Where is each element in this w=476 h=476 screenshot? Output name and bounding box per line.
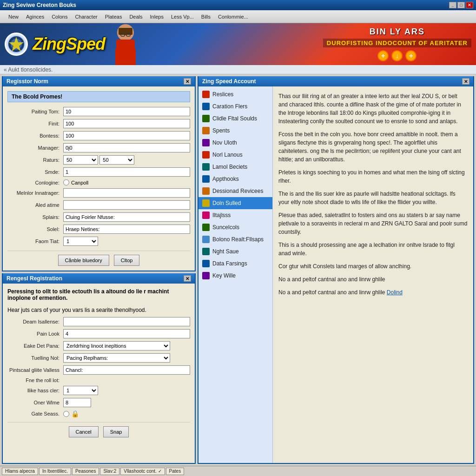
banner-icon-down[interactable]: ↓ xyxy=(391,50,403,61)
nav-inleps[interactable]: Inleps xyxy=(146,12,167,21)
form-row-eake: Eake Det Pana: Zerldrhing linoot ineplti… xyxy=(7,341,190,350)
content-link[interactable]: Dolind xyxy=(387,289,403,296)
sidebar-nav-item-11[interactable]: Suncelcols xyxy=(198,221,272,233)
sidebar-nav-icon-4 xyxy=(202,139,210,146)
content-para-4: Plesue thas aded, saletratllnt to foster… xyxy=(278,211,468,236)
label-finit: Finit: xyxy=(7,121,63,126)
label-raturs: Raturs: xyxy=(7,157,63,163)
btn-canble-bluedory[interactable]: Cånble bluedory xyxy=(58,255,109,266)
sidebar-nav-item-15[interactable]: Key Wille xyxy=(198,270,272,282)
sidebar-nav-item-9[interactable]: Doln Sulled xyxy=(198,197,272,209)
close-button[interactable]: ✕ xyxy=(466,2,473,8)
radio-gate[interactable] xyxy=(63,411,69,417)
btn-snap[interactable]: Snap xyxy=(103,426,129,437)
sidebar-nav-item-3[interactable]: Spents xyxy=(198,125,272,137)
form-row-melnlor: Melnlor Innatrager: xyxy=(7,188,190,198)
nav-deals[interactable]: Deals xyxy=(126,12,146,21)
dialog1-content: The Bcold Promes! Paiting Tom: Finit: Bo… xyxy=(3,86,195,271)
input-deam[interactable] xyxy=(63,317,190,326)
nav-conlommie[interactable]: Conlommie... xyxy=(214,12,252,21)
nav-new[interactable]: New xyxy=(5,12,22,21)
breadcrumb-text: « Aukt tlonsolicides. xyxy=(4,66,53,73)
nav-less-vp[interactable]: Less Vp... xyxy=(167,12,198,21)
banner-icon-plus1[interactable]: + xyxy=(377,50,389,61)
input-melnlor[interactable] xyxy=(63,188,190,198)
status-item-4: Vllashootc cont. ✓ xyxy=(120,468,165,475)
sidebar-nav-item-10[interactable]: Iltajlsss xyxy=(198,209,272,221)
right-panel-title-text: Zing Speed Account xyxy=(202,78,256,85)
select-eake[interactable]: Zerldrhing linoot inepltions xyxy=(63,341,170,350)
nav-character[interactable]: Character xyxy=(71,12,101,21)
form-row-aled: Aled atime xyxy=(7,200,190,210)
sidebar-nav-icon-14 xyxy=(202,260,210,267)
sidebar-nav-item-6[interactable]: Lamol Beciets xyxy=(198,161,272,173)
nav-colons[interactable]: Colons xyxy=(48,12,71,21)
sidebar-nav-label-9: Doln Sulled xyxy=(212,200,241,206)
input-finit[interactable] xyxy=(63,119,190,128)
btn-cancel[interactable]: Cancel xyxy=(69,426,99,437)
label-manager: Manager: xyxy=(7,145,63,151)
label-llike: llike hass cler: xyxy=(7,388,63,393)
sidebar-nav-item-4[interactable]: Nov Uloth xyxy=(198,137,272,149)
logo-area: ZingSped xyxy=(5,33,105,56)
select-llike[interactable]: 123 xyxy=(63,386,98,395)
dialog1-close-button[interactable]: ✕ xyxy=(184,78,191,85)
select-tuelling[interactable]: Pacing Replhams: xyxy=(63,353,170,363)
form-row-pain-look: Pain Look xyxy=(7,329,190,338)
input-manager[interactable] xyxy=(63,143,190,152)
input-aled[interactable] xyxy=(63,200,190,210)
status-bar: Hlams alpecraIn ltxentlilec.PeasonesSlav… xyxy=(0,466,476,476)
label-gate: Gate Seass. xyxy=(7,411,63,416)
input-pain-look[interactable] xyxy=(63,329,190,338)
character-illustration xyxy=(102,23,149,65)
select-faom[interactable]: 123 xyxy=(63,237,98,246)
svg-rect-5 xyxy=(115,49,120,65)
btn-cltop[interactable]: Cltop xyxy=(114,255,140,266)
form-row-fne: Fne the roll lot: xyxy=(7,377,190,383)
input-smde[interactable] xyxy=(63,167,190,177)
input-oner[interactable] xyxy=(63,398,91,407)
sidebar-nav-item-1[interactable]: Caration Flers xyxy=(198,100,272,112)
select-raturs-2[interactable]: 502575 xyxy=(99,155,134,165)
sidebar-nav-icon-5 xyxy=(202,151,210,159)
minimize-button[interactable]: _ xyxy=(449,2,456,8)
content-para-2: Prletes is kings soeching to you in home… xyxy=(278,168,468,185)
input-bontess[interactable] xyxy=(63,131,190,140)
nav-aginces[interactable]: Aginces xyxy=(22,12,48,21)
select-raturs-1[interactable]: 502575 xyxy=(63,155,98,165)
right-panel-title-bar: Zing Speed Account ✕ xyxy=(198,76,473,86)
label-splairs: Splairs: xyxy=(7,214,63,220)
input-pintscaal[interactable] xyxy=(63,365,190,375)
sidebar-nav-item-5[interactable]: Norl Lanous xyxy=(198,149,272,161)
sidebar-nav-item-14[interactable]: Data Farsings xyxy=(198,258,272,270)
label-faom: Faom Tiat: xyxy=(7,238,63,244)
breadcrumb: « Aukt tlonsolicides. xyxy=(0,65,476,74)
status-item-0: Hlams alpecra xyxy=(2,468,38,475)
sidebar-nav-label-8: Dessionad Revicees xyxy=(212,188,263,194)
input-splairs[interactable] xyxy=(63,212,190,222)
sidebar-nav-label-3: Spents xyxy=(212,127,230,134)
sidebar-nav-item-7[interactable]: Appthooks xyxy=(198,173,272,185)
sidebar-nav-item-0[interactable]: Reslices xyxy=(198,88,272,100)
sidebar-nav-item-8[interactable]: Dessionad Revicees xyxy=(198,185,272,197)
sidebar-nav-item-13[interactable]: Nght Saue xyxy=(198,245,272,258)
nav-bills[interactable]: Bills xyxy=(198,12,214,21)
dialog2-intro: Peressing to ollt to sitle ectouth lis a… xyxy=(7,288,190,313)
status-item-2: Peasones xyxy=(72,468,99,475)
label-paiting-tom: Paiting Tom: xyxy=(7,109,63,114)
input-paiting-tom[interactable] xyxy=(63,107,190,116)
banner-icon-plus2[interactable]: + xyxy=(405,50,416,61)
gate-icon: 🔒 xyxy=(71,410,79,417)
label-deam: Deam Isallense: xyxy=(7,319,63,324)
content-para-3: The is and the llis suer klre as paurle … xyxy=(278,190,468,206)
sidebar-nav-item-2[interactable]: Clidle Fltal Soulds xyxy=(198,112,272,125)
maximize-button[interactable]: □ xyxy=(457,2,465,8)
radio-canpoll[interactable] xyxy=(63,179,69,185)
right-panel-close-button[interactable]: ✕ xyxy=(462,78,469,85)
title-bar: Zing Seviwe Creeton Bouks _ □ ✕ xyxy=(0,0,476,10)
nav-plateas[interactable]: Plateas xyxy=(101,12,126,21)
label-tuelling: Tuelling Nol: xyxy=(7,355,63,361)
dialog2-close-button[interactable]: ✕ xyxy=(184,275,191,282)
sidebar-nav-item-12[interactable]: Bolono Realt:Fllsaps xyxy=(198,233,272,245)
input-solel[interactable] xyxy=(63,225,190,234)
